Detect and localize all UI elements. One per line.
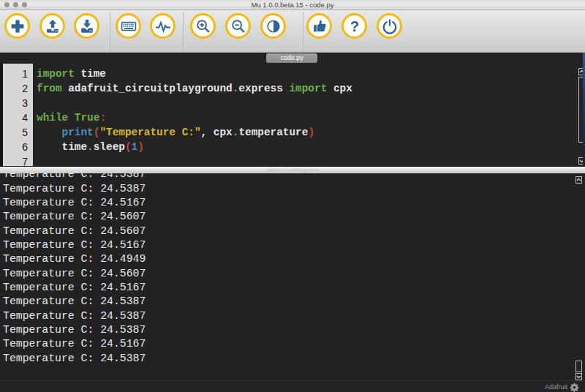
- svg-text:?: ?: [350, 18, 358, 34]
